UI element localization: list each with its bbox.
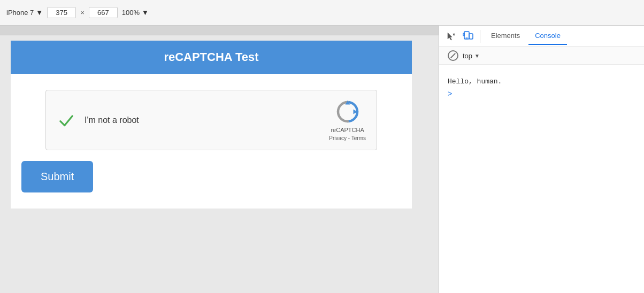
devtools-tabs: Elements Console — [439, 26, 644, 47]
page-header: reCAPTCHA Test — [11, 41, 412, 74]
tab-console[interactable]: Console — [528, 27, 567, 45]
recaptcha-label: I'm not a robot — [85, 115, 139, 125]
recaptcha-brand: reCAPTCHA — [331, 127, 364, 133]
console-context-chevron: ▼ — [474, 53, 480, 59]
cursor-svg — [446, 32, 456, 41]
inspect-cursor-icon[interactable] — [443, 29, 458, 44]
console-output-area: Hello, human. > — [439, 65, 644, 293]
console-context-label: top — [463, 52, 472, 60]
recaptcha-widget[interactable]: I'm not a robot — [45, 90, 377, 150]
no-entry-icon[interactable] — [448, 50, 458, 61]
submit-button[interactable]: Submit — [21, 161, 93, 192]
device-name: iPhone 7 — [6, 9, 34, 17]
recaptcha-privacy-link[interactable]: Privacy — [329, 135, 347, 141]
console-output: Hello, human. > — [448, 71, 635, 105]
svg-rect-7 — [469, 34, 473, 39]
toolbar-left: iPhone 7 ▼ × 100% ▼ — [6, 7, 638, 18]
svg-rect-6 — [463, 33, 464, 36]
tab-elements[interactable]: Elements — [485, 27, 526, 45]
console-line-1: Hello, human. — [448, 75, 635, 88]
viewport-panel: reCAPTCHA Test I'm not a robot — [0, 26, 439, 293]
devtools-panel: Elements Console top ▼ Hello, human. > — [439, 26, 644, 293]
console-message: Hello, human. — [448, 78, 502, 86]
zoom-selector[interactable]: 100% ▼ — [122, 9, 149, 17]
recaptcha-left: I'm not a robot — [57, 111, 139, 130]
scrollbar-top[interactable] — [0, 26, 439, 35]
page-title: reCAPTCHA Test — [164, 50, 258, 64]
recaptcha-link-dash: - — [347, 135, 351, 141]
recaptcha-logo-icon — [335, 99, 361, 125]
page-content: I'm not a robot — [11, 74, 412, 209]
checkmark-icon — [57, 111, 76, 130]
recaptcha-terms-link[interactable]: Terms — [351, 135, 366, 141]
main-area: reCAPTCHA Test I'm not a robot — [0, 26, 644, 293]
devtools-divider — [480, 30, 480, 43]
phone-frame-wrapper: reCAPTCHA Test I'm not a robot — [0, 35, 439, 293]
width-input[interactable] — [47, 7, 76, 18]
dimension-separator: × — [80, 9, 85, 17]
console-toolbar: top ▼ — [439, 47, 644, 65]
checkmark-svg — [58, 112, 75, 129]
phone-frame: reCAPTCHA Test I'm not a robot — [11, 41, 412, 209]
zoom-value: 100% — [122, 9, 140, 17]
console-prompt[interactable]: > — [448, 88, 635, 101]
zoom-chevron: ▼ — [142, 9, 149, 17]
device-chevron: ▼ — [36, 9, 43, 17]
height-input[interactable] — [89, 7, 118, 18]
console-context-select[interactable]: top ▼ — [463, 52, 480, 60]
browser-toolbar: iPhone 7 ▼ × 100% ▼ — [0, 0, 644, 26]
device-svg — [463, 31, 473, 42]
recaptcha-right: reCAPTCHA Privacy - Terms — [329, 99, 366, 141]
device-mode-icon[interactable] — [461, 29, 476, 44]
device-selector[interactable]: iPhone 7 ▼ — [6, 9, 43, 17]
recaptcha-links: Privacy - Terms — [329, 135, 366, 141]
